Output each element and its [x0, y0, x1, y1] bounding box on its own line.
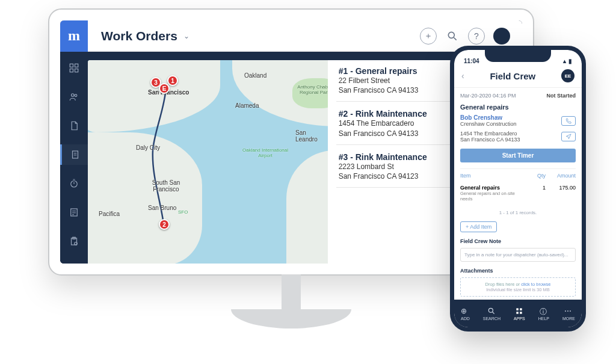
note-label: Field Crew Note [460, 238, 576, 244]
th-amount: Amount [546, 173, 576, 179]
svg-rect-4 [70, 69, 73, 72]
help-icon: ⓘ [540, 307, 548, 315]
phone-call-icon[interactable] [561, 116, 576, 126]
sidebar [60, 52, 88, 264]
attachments-label: Attachments [460, 268, 576, 274]
phone-time: 11:04 [464, 58, 479, 64]
map-city-dalycity: Daly City [136, 144, 160, 151]
map-city-oakland: Oakland [244, 72, 266, 79]
map-city-sanbruno: San Bruno [148, 205, 176, 211]
app-header: m Work Orders ⌄ ＋ ? [60, 20, 522, 52]
start-timer-button[interactable]: Start Timer [460, 149, 576, 162]
row-qty: 1 [525, 185, 546, 202]
svg-point-0 [448, 32, 454, 38]
page-title-dropdown[interactable]: Work Orders ⌄ [88, 29, 189, 43]
th-qty: Qty [525, 173, 546, 179]
svg-rect-29 [517, 308, 519, 310]
svg-point-27 [489, 308, 493, 312]
apps-icon [515, 307, 523, 315]
more-icon: ⋯ [564, 307, 573, 315]
plus-circle-icon: ⊕ [461, 307, 469, 315]
map-city-pacifica: Pacifica [99, 211, 120, 217]
sidebar-timer-icon[interactable] [60, 173, 88, 194]
header-actions: ＋ ? [420, 28, 522, 45]
phone-notch [485, 50, 551, 62]
map-airport: Oakland International Airport [241, 147, 289, 158]
phone-job-title: General repairs [460, 103, 576, 111]
nav-add-label: ADD [461, 316, 470, 321]
sidebar-cloud-icon[interactable] [60, 260, 88, 264]
phone-screen: 11:04 ▴ ▮ ‹ Field Crew EE Mar-20-2020 04… [454, 50, 582, 327]
help-icon[interactable]: ? [468, 28, 485, 45]
map-city-sanleandro: San Leandro [295, 129, 328, 143]
map-sfo: SFO [178, 209, 188, 215]
phone-contact-link[interactable]: Bob Crenshaw [460, 114, 517, 121]
note-input[interactable]: Type in a note for your dispatcher (auto… [460, 248, 576, 262]
row-amount: 175.00 [546, 185, 576, 202]
phone-table-header: Item Qty Amount [460, 168, 576, 179]
page-title: Work Orders [101, 29, 177, 43]
phone-title: Field Crew [464, 71, 561, 81]
attachments-dropzone[interactable]: Drop files here or click to browse Indiv… [460, 277, 576, 297]
th-item: Item [460, 173, 525, 179]
sidebar-users-icon[interactable] [60, 87, 88, 107]
svg-rect-8 [72, 151, 78, 158]
add-button[interactable]: ＋ [420, 28, 437, 45]
drop-click: click to browse [521, 282, 550, 287]
phone-navigate-icon[interactable] [561, 132, 576, 141]
add-item-button[interactable]: + Add Item [460, 221, 497, 232]
row-item-name: General repairs [460, 185, 500, 191]
app-logo[interactable]: m [60, 20, 88, 52]
svg-line-28 [493, 312, 494, 313]
mobile-phone: 11:04 ▴ ▮ ‹ Field Crew EE Mar-20-2020 04… [450, 46, 586, 332]
battery-icon: ▮ [568, 58, 572, 64]
svg-line-1 [454, 37, 457, 40]
phone-records-count: 1 - 1 of 1 records. [460, 210, 576, 215]
drop-hint: Individual file size limit is 30 MB [486, 287, 549, 292]
sidebar-reports-icon[interactable] [60, 202, 88, 223]
svg-rect-5 [75, 69, 78, 72]
svg-rect-2 [70, 64, 73, 67]
sidebar-clipboard-icon[interactable] [60, 231, 88, 251]
nav-add[interactable]: ⊕ ADD [461, 307, 470, 321]
search-icon[interactable] [445, 29, 460, 43]
map-park: Anthony Chabot Regional Park [294, 84, 328, 95]
nav-search-label: SEARCH [483, 316, 500, 321]
svg-point-7 [75, 94, 77, 97]
nav-search[interactable]: SEARCH [483, 307, 500, 321]
map[interactable]: San Francisco Oakland Alameda Daly City … [88, 60, 328, 264]
svg-rect-3 [75, 64, 78, 67]
drop-prefix: Drop files here or [485, 282, 522, 287]
chevron-down-icon: ⌄ [183, 32, 189, 40]
nav-apps-label: APPS [514, 316, 525, 321]
signal-icon: ▴ [563, 58, 566, 64]
user-avatar[interactable] [493, 28, 510, 45]
map-marker-end[interactable]: E [159, 83, 170, 94]
svg-point-6 [72, 94, 75, 97]
search-icon [487, 307, 496, 315]
sidebar-file-icon[interactable] [60, 116, 88, 136]
phone-header: ‹ Field Crew EE [454, 66, 582, 88]
map-marker-1[interactable]: 1 [167, 75, 178, 86]
phone-avatar[interactable]: EE [561, 69, 574, 82]
map-marker-2[interactable]: 2 [159, 219, 170, 230]
sidebar-dashboard-icon[interactable] [60, 58, 88, 78]
phone-status-icons: ▴ ▮ [563, 58, 572, 64]
nav-help[interactable]: ⓘ HELP [538, 307, 549, 321]
svg-rect-32 [520, 312, 522, 314]
nav-apps[interactable]: APPS [514, 307, 525, 321]
nav-more-label: MORE [562, 316, 575, 321]
nav-help-label: HELP [538, 316, 549, 321]
row-item-desc: General repairs and on-site needs [460, 191, 525, 202]
phone-body: Mar-20-2020 04:16 PM Not Started General… [454, 88, 582, 300]
svg-rect-30 [520, 308, 522, 310]
nav-more[interactable]: ⋯ MORE [562, 307, 575, 321]
phone-timestamp: Mar-20-2020 04:16 PM [460, 93, 516, 99]
sidebar-document-icon[interactable] [60, 144, 88, 165]
map-city-ssf: South San Francisco [145, 179, 187, 193]
phone-address-line1: 1454 The Embarcadero [460, 131, 520, 137]
map-city-alameda: Alameda [235, 102, 259, 109]
svg-rect-31 [517, 312, 519, 314]
phone-address-line2: San Francisco CA 94133 [460, 137, 520, 143]
phone-table-row[interactable]: General repairs General repairs and on-s… [460, 182, 576, 204]
